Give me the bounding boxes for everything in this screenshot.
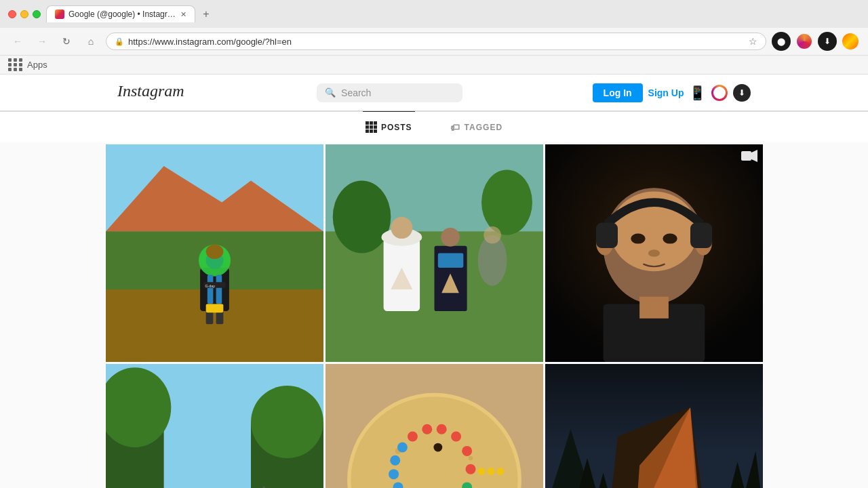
post-item-1[interactable]: G·day [106, 144, 323, 362]
tab-tagged[interactable]: 🏷 TAGGED [448, 111, 505, 142]
toolbar-icons: ⬤ ⬇ [772, 32, 860, 51]
maximize-button[interactable] [33, 10, 41, 18]
bookmark-star-icon[interactable]: ☆ [749, 36, 757, 47]
download-icon[interactable]: ⬇ [733, 84, 751, 102]
instagram-header: Instagram 🔍 Search Log In Sign Up 📱 ⬇ [0, 75, 868, 111]
svg-rect-40 [690, 223, 712, 248]
lock-icon: 🔒 [115, 37, 124, 46]
apps-grid-icon [8, 58, 23, 71]
extension-icon-1[interactable]: ⬤ [772, 32, 791, 51]
signup-link[interactable]: Sign Up [648, 87, 684, 98]
svg-rect-27 [437, 253, 462, 268]
extension-icon-3[interactable]: ⬇ [818, 32, 837, 51]
svg-point-71 [451, 432, 461, 442]
svg-point-83 [397, 443, 407, 453]
svg-rect-10 [216, 275, 222, 304]
instagram-logo[interactable]: Instagram [117, 81, 187, 104]
header-inner: Instagram 🔍 Search Log In Sign Up 📱 ⬇ [104, 81, 765, 104]
posts-tab-label: POSTS [381, 123, 412, 132]
svg-point-35 [663, 234, 677, 244]
instagram-page: Instagram 🔍 Search Log In Sign Up 📱 ⬇ [0, 75, 868, 488]
tagged-tab-label: TAGGED [465, 123, 502, 132]
refresh-button[interactable]: ↻ [57, 32, 76, 51]
home-button[interactable]: ⌂ [81, 32, 100, 51]
close-button[interactable] [8, 10, 16, 18]
svg-point-81 [389, 469, 399, 479]
search-placeholder: Search [341, 87, 371, 98]
svg-point-68 [407, 432, 417, 442]
browser-toolbar: ← → ↻ ⌂ 🔒 https://www.instagram.com/goog… [0, 28, 868, 56]
svg-point-19 [481, 169, 532, 235]
svg-point-85 [477, 468, 485, 475]
svg-point-87 [496, 468, 504, 475]
svg-point-84 [433, 443, 442, 452]
profile-avatar[interactable] [841, 32, 860, 51]
svg-point-34 [631, 234, 645, 244]
tagged-icon: 🏷 [450, 122, 460, 133]
svg-point-73 [465, 464, 475, 474]
svg-point-49 [251, 386, 323, 458]
browser-titlebar: Google (@google) • Instagram ✕ + [0, 0, 868, 28]
minimize-button[interactable] [20, 10, 28, 18]
phone-icon[interactable]: 📱 [689, 85, 706, 101]
colorful-icon[interactable] [711, 85, 728, 101]
svg-point-65 [468, 456, 472, 460]
grid-wrapper: G·day [104, 142, 765, 488]
active-tab[interactable]: Google (@google) • Instagram ✕ [46, 5, 195, 22]
apps-label: Apps [27, 60, 47, 70]
svg-point-82 [390, 455, 400, 466]
svg-point-8 [205, 245, 223, 259]
tab-close-button[interactable]: ✕ [180, 10, 186, 19]
search-bar[interactable]: 🔍 Search [317, 83, 462, 102]
page-content: G·day [0, 142, 868, 488]
svg-point-69 [422, 424, 432, 434]
svg-rect-9 [207, 275, 213, 304]
post-item-6[interactable] [545, 364, 763, 488]
svg-rect-43 [741, 151, 751, 161]
svg-marker-44 [751, 150, 757, 162]
svg-rect-13 [205, 304, 223, 312]
svg-point-25 [441, 228, 460, 247]
svg-rect-42 [639, 297, 669, 319]
svg-text:G·day: G·day [205, 284, 215, 288]
svg-point-18 [332, 181, 391, 253]
svg-point-72 [462, 446, 472, 456]
svg-text:Instagram: Instagram [117, 82, 184, 100]
instagram-favicon [55, 9, 64, 19]
svg-point-36 [648, 249, 659, 257]
apps-bar: Apps [0, 56, 868, 75]
video-badge [741, 150, 757, 165]
new-tab-button[interactable]: + [198, 6, 214, 22]
traffic-lights [8, 10, 41, 18]
post-item-2[interactable] [326, 144, 543, 362]
svg-point-70 [436, 424, 446, 434]
login-button[interactable]: Log In [593, 83, 643, 102]
svg-rect-39 [595, 223, 617, 248]
extension-icon-2[interactable] [795, 32, 814, 51]
tab-bar: Google (@google) • Instagram ✕ + [46, 5, 860, 22]
svg-point-29 [484, 226, 501, 244]
back-button[interactable]: ← [8, 32, 27, 51]
svg-point-86 [487, 468, 494, 475]
tab-posts[interactable]: POSTS [363, 111, 415, 142]
forward-button[interactable]: → [33, 32, 52, 51]
apps-shortcut[interactable]: Apps [8, 58, 47, 71]
browser-chrome: Google (@google) • Instagram ✕ + ← → ↻ ⌂… [0, 0, 868, 75]
header-actions: Log In Sign Up 📱 ⬇ [593, 83, 751, 102]
posts-grid: G·day [104, 142, 765, 488]
tab-title: Google (@google) • Instagram [68, 9, 176, 19]
address-bar[interactable]: 🔒 https://www.instagram.com/google/?hl=e… [106, 33, 766, 50]
posts-grid-icon [366, 121, 377, 133]
url-text: https://www.instagram.com/google/?hl=en [128, 37, 745, 47]
profile-tabs: POSTS 🏷 TAGGED [0, 111, 868, 142]
post-item-4[interactable] [106, 364, 323, 488]
search-icon: 🔍 [325, 87, 336, 98]
svg-point-22 [391, 217, 412, 239]
post-item-3[interactable] [545, 144, 763, 362]
post-item-5[interactable] [326, 364, 543, 488]
